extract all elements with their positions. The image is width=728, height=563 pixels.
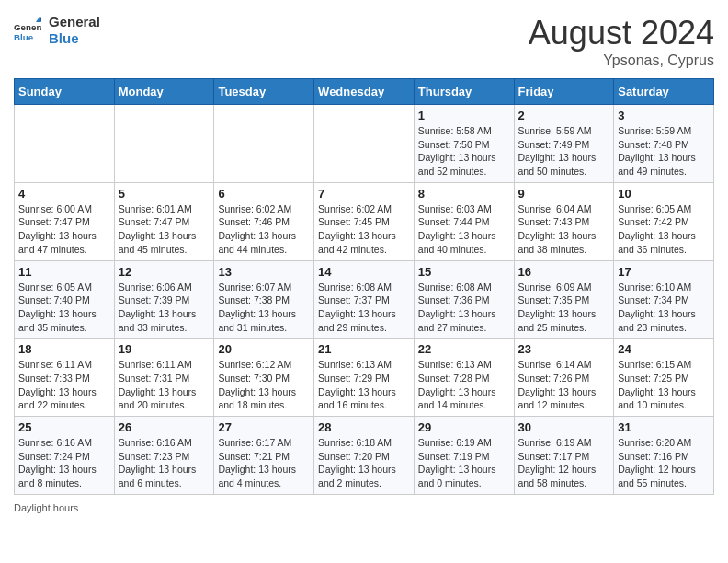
- day-cell: 11Sunrise: 6:05 AM Sunset: 7:40 PM Dayli…: [15, 260, 115, 339]
- day-cell: 17Sunrise: 6:10 AM Sunset: 7:34 PM Dayli…: [614, 260, 714, 339]
- logo-blue: Blue: [49, 30, 100, 47]
- day-info: Sunrise: 6:15 AM Sunset: 7:25 PM Dayligh…: [618, 358, 710, 412]
- page-header: General Blue General Blue August 2024 Yp…: [14, 14, 714, 69]
- location-subtitle: Ypsonas, Cyprus: [529, 52, 714, 69]
- day-info: Sunrise: 6:05 AM Sunset: 7:40 PM Dayligh…: [18, 281, 110, 335]
- day-info: Sunrise: 6:04 AM Sunset: 7:43 PM Dayligh…: [518, 202, 610, 257]
- day-number: 1: [418, 109, 510, 122]
- day-cell: 19Sunrise: 6:11 AM Sunset: 7:31 PM Dayli…: [114, 339, 214, 417]
- day-number: 30: [518, 420, 610, 434]
- day-info: Sunrise: 6:09 AM Sunset: 7:35 PM Dayligh…: [518, 281, 610, 335]
- day-info: Sunrise: 6:11 AM Sunset: 7:33 PM Dayligh…: [18, 358, 110, 412]
- month-year-title: August 2024: [529, 14, 714, 52]
- day-cell: 30Sunrise: 6:19 AM Sunset: 7:17 PM Dayli…: [514, 417, 614, 495]
- svg-text:Blue: Blue: [14, 32, 34, 42]
- day-info: Sunrise: 6:13 AM Sunset: 7:29 PM Dayligh…: [318, 358, 410, 412]
- day-cell: 12Sunrise: 6:06 AM Sunset: 7:39 PM Dayli…: [114, 260, 214, 339]
- day-cell: 14Sunrise: 6:08 AM Sunset: 7:37 PM Dayli…: [314, 260, 415, 339]
- day-number: 2: [518, 109, 610, 122]
- day-number: 27: [218, 420, 310, 434]
- day-info: Sunrise: 5:59 AM Sunset: 7:48 PM Dayligh…: [618, 124, 710, 178]
- day-number: 21: [318, 342, 410, 356]
- footer: Daylight hours: [14, 502, 714, 513]
- day-number: 13: [218, 265, 310, 279]
- day-header-wednesday: Wednesday: [314, 79, 415, 105]
- daylight-label: Daylight hours: [14, 502, 78, 513]
- day-number: 18: [18, 342, 110, 356]
- day-info: Sunrise: 6:00 AM Sunset: 7:47 PM Dayligh…: [18, 202, 110, 257]
- week-row-1: 1Sunrise: 5:58 AM Sunset: 7:50 PM Daylig…: [15, 105, 714, 183]
- day-number: 17: [618, 265, 710, 279]
- day-info: Sunrise: 6:17 AM Sunset: 7:21 PM Dayligh…: [218, 436, 310, 490]
- day-cell: 1Sunrise: 5:58 AM Sunset: 7:50 PM Daylig…: [414, 105, 514, 183]
- day-info: Sunrise: 6:19 AM Sunset: 7:17 PM Dayligh…: [518, 436, 610, 490]
- day-cell: [314, 105, 415, 183]
- day-info: Sunrise: 6:16 AM Sunset: 7:23 PM Dayligh…: [119, 436, 210, 490]
- day-cell: [15, 105, 115, 183]
- day-number: 24: [618, 342, 710, 356]
- day-cell: 28Sunrise: 6:18 AM Sunset: 7:20 PM Dayli…: [314, 417, 415, 495]
- day-info: Sunrise: 5:58 AM Sunset: 7:50 PM Dayligh…: [418, 124, 510, 178]
- day-info: Sunrise: 6:18 AM Sunset: 7:20 PM Dayligh…: [318, 436, 410, 490]
- day-cell: 8Sunrise: 6:03 AM Sunset: 7:44 PM Daylig…: [414, 182, 514, 260]
- day-number: 12: [119, 265, 210, 279]
- day-cell: 26Sunrise: 6:16 AM Sunset: 7:23 PM Dayli…: [114, 417, 214, 495]
- day-number: 4: [18, 187, 110, 201]
- day-number: 28: [318, 420, 410, 434]
- day-info: Sunrise: 6:14 AM Sunset: 7:26 PM Dayligh…: [518, 358, 610, 412]
- day-header-monday: Monday: [114, 79, 214, 105]
- day-number: 15: [418, 265, 510, 279]
- day-cell: 27Sunrise: 6:17 AM Sunset: 7:21 PM Dayli…: [214, 417, 314, 495]
- day-cell: 21Sunrise: 6:13 AM Sunset: 7:29 PM Dayli…: [314, 339, 415, 417]
- day-info: Sunrise: 6:08 AM Sunset: 7:36 PM Dayligh…: [418, 281, 510, 335]
- day-number: 23: [518, 342, 610, 356]
- week-row-4: 18Sunrise: 6:11 AM Sunset: 7:33 PM Dayli…: [15, 339, 714, 417]
- day-number: 29: [418, 420, 510, 434]
- day-cell: 25Sunrise: 6:16 AM Sunset: 7:24 PM Dayli…: [15, 417, 115, 495]
- day-cell: 16Sunrise: 6:09 AM Sunset: 7:35 PM Dayli…: [514, 260, 614, 339]
- logo-general: General: [49, 14, 100, 30]
- day-cell: 23Sunrise: 6:14 AM Sunset: 7:26 PM Dayli…: [514, 339, 614, 417]
- day-cell: 9Sunrise: 6:04 AM Sunset: 7:43 PM Daylig…: [514, 182, 614, 260]
- day-info: Sunrise: 6:02 AM Sunset: 7:45 PM Dayligh…: [318, 202, 410, 257]
- day-info: Sunrise: 6:12 AM Sunset: 7:30 PM Dayligh…: [218, 358, 310, 412]
- calendar-header-row: SundayMondayTuesdayWednesdayThursdayFrid…: [15, 79, 714, 105]
- day-cell: 3Sunrise: 5:59 AM Sunset: 7:48 PM Daylig…: [614, 105, 714, 183]
- day-number: 6: [218, 187, 310, 201]
- day-number: 5: [119, 187, 210, 201]
- day-info: Sunrise: 6:10 AM Sunset: 7:34 PM Dayligh…: [618, 281, 710, 335]
- day-number: 19: [119, 342, 210, 356]
- day-info: Sunrise: 6:19 AM Sunset: 7:19 PM Dayligh…: [418, 436, 510, 490]
- logo: General Blue General Blue: [14, 14, 100, 47]
- day-info: Sunrise: 6:07 AM Sunset: 7:38 PM Dayligh…: [218, 281, 310, 335]
- logo-icon: General Blue: [14, 17, 41, 44]
- day-number: 20: [218, 342, 310, 356]
- day-info: Sunrise: 6:13 AM Sunset: 7:28 PM Dayligh…: [418, 358, 510, 412]
- day-number: 31: [618, 420, 710, 434]
- day-cell: [214, 105, 314, 183]
- day-cell: 6Sunrise: 6:02 AM Sunset: 7:46 PM Daylig…: [214, 182, 314, 260]
- day-number: 14: [318, 265, 410, 279]
- calendar-table: SundayMondayTuesdayWednesdayThursdayFrid…: [14, 78, 714, 495]
- day-number: 26: [119, 420, 210, 434]
- day-cell: 2Sunrise: 5:59 AM Sunset: 7:49 PM Daylig…: [514, 105, 614, 183]
- day-number: 9: [518, 187, 610, 201]
- day-number: 22: [418, 342, 510, 356]
- day-header-friday: Friday: [514, 79, 614, 105]
- day-info: Sunrise: 6:16 AM Sunset: 7:24 PM Dayligh…: [18, 436, 110, 490]
- week-row-5: 25Sunrise: 6:16 AM Sunset: 7:24 PM Dayli…: [15, 417, 714, 495]
- day-cell: 15Sunrise: 6:08 AM Sunset: 7:36 PM Dayli…: [414, 260, 514, 339]
- day-cell: [114, 105, 214, 183]
- svg-text:General: General: [14, 22, 41, 32]
- week-row-2: 4Sunrise: 6:00 AM Sunset: 7:47 PM Daylig…: [15, 182, 714, 260]
- day-header-sunday: Sunday: [15, 79, 115, 105]
- title-block: August 2024 Ypsonas, Cyprus: [529, 14, 714, 69]
- day-info: Sunrise: 6:01 AM Sunset: 7:47 PM Dayligh…: [119, 202, 210, 257]
- day-cell: 13Sunrise: 6:07 AM Sunset: 7:38 PM Dayli…: [214, 260, 314, 339]
- day-header-tuesday: Tuesday: [214, 79, 314, 105]
- day-cell: 4Sunrise: 6:00 AM Sunset: 7:47 PM Daylig…: [15, 182, 115, 260]
- day-number: 10: [618, 187, 710, 201]
- day-info: Sunrise: 6:11 AM Sunset: 7:31 PM Dayligh…: [119, 358, 210, 412]
- day-number: 11: [18, 265, 110, 279]
- day-info: Sunrise: 6:06 AM Sunset: 7:39 PM Dayligh…: [119, 281, 210, 335]
